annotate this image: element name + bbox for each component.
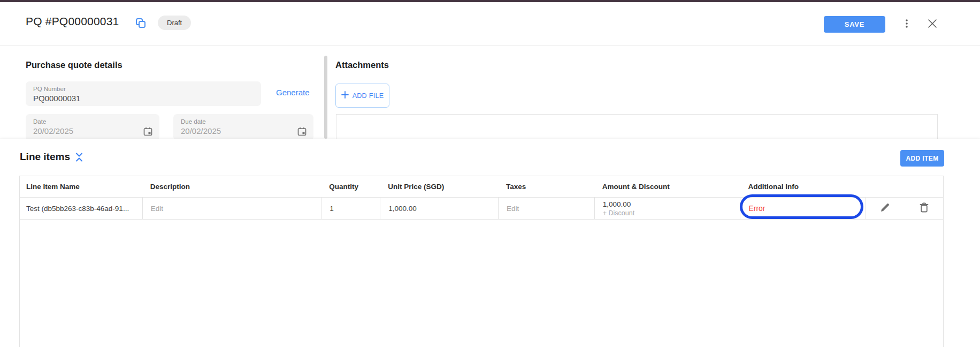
unit-price-value: 1,000.00 — [388, 205, 417, 213]
amount-value: 1,000.00 — [603, 200, 631, 208]
pq-number-field[interactable]: PQ Number PQ00000031 — [26, 81, 261, 106]
status-badge: Draft — [158, 16, 191, 30]
add-file-button[interactable]: ADD FILE — [335, 84, 389, 108]
date-field[interactable]: Date 20/02/2025 — [26, 114, 159, 140]
edit-row-button[interactable] — [878, 202, 891, 215]
additional-info-error-link[interactable]: Error — [748, 204, 765, 213]
delete-row-button[interactable] — [918, 202, 931, 215]
taxes-cell[interactable]: Edit — [498, 198, 594, 219]
line-items-table: Line Item Name Description Quantity Unit… — [19, 176, 944, 347]
line-item-name: Test (db5bb263-c83b-46ad-91... — [26, 205, 129, 213]
copy-pq-number-button[interactable] — [134, 17, 148, 31]
collapse-icon — [75, 155, 83, 163]
calendar-icon[interactable] — [143, 127, 152, 138]
add-discount-link[interactable]: + Discount — [603, 209, 634, 217]
pencil-icon — [880, 202, 890, 214]
pq-number-label: PQ Number — [33, 86, 254, 92]
add-file-label: ADD FILE — [353, 92, 384, 100]
page-title: PQ #PQ00000031 — [26, 15, 119, 28]
due-date-field[interactable]: Due date 20/02/2025 — [173, 114, 313, 140]
description-edit-placeholder: Edit — [151, 205, 163, 213]
kebab-icon — [902, 22, 912, 31]
line-items-title: Line items — [20, 151, 70, 163]
col-header-additional-info: Additional Info — [740, 176, 866, 197]
trash-icon — [920, 202, 929, 214]
attachments-section-title: Attachments — [335, 60, 389, 70]
quantity-cell[interactable]: 1 — [321, 198, 380, 219]
date-value: 20/02/2025 — [33, 126, 152, 135]
amount-discount-cell[interactable]: 1,000.00 + Discount — [594, 198, 740, 219]
taxes-edit-placeholder: Edit — [507, 205, 519, 213]
collapse-section-button[interactable] — [74, 153, 84, 162]
row-actions-cell — [866, 198, 943, 219]
col-header-quantity: Quantity — [321, 176, 380, 197]
col-header-line-item-name: Line Item Name — [20, 176, 142, 197]
line-item-name-cell[interactable]: Test (db5bb263-c83b-46ad-91... — [20, 198, 142, 219]
col-header-actions — [866, 176, 943, 197]
pq-number-value: PQ00000031 — [33, 94, 254, 103]
col-header-description: Description — [142, 176, 321, 197]
vertical-scrollbar-thumb[interactable] — [324, 56, 327, 139]
close-button[interactable] — [924, 16, 941, 33]
additional-info-cell[interactable]: Error — [740, 198, 866, 219]
modal-header: PQ #PQ00000031 Draft SAVE — [0, 2, 980, 46]
quantity-value: 1 — [330, 205, 334, 213]
close-icon — [927, 22, 938, 31]
purchase-quote-modal: PQ #PQ00000031 Draft SAVE — [0, 0, 980, 347]
calendar-icon[interactable] — [297, 127, 307, 138]
due-date-value: 20/02/2025 — [181, 126, 306, 135]
line-items-panel: Line items ADD ITEM Line Item Name Descr… — [0, 139, 980, 347]
details-section-title: Purchase quote details — [26, 60, 122, 70]
copy-icon — [135, 22, 147, 31]
table-header-row: Line Item Name Description Quantity Unit… — [20, 176, 943, 198]
plus-icon — [341, 91, 349, 100]
col-header-amount-discount: Amount & Discount — [594, 176, 740, 197]
add-item-button[interactable]: ADD ITEM — [900, 150, 944, 167]
col-header-taxes: Taxes — [498, 176, 594, 197]
due-date-label: Due date — [181, 118, 306, 125]
col-header-unit-price: Unit Price (SGD) — [380, 176, 498, 197]
attachments-dropzone[interactable] — [336, 114, 938, 139]
date-label: Date — [33, 118, 152, 125]
more-options-button[interactable] — [898, 16, 915, 33]
description-cell[interactable]: Edit — [142, 198, 321, 219]
generate-link[interactable]: Generate — [276, 88, 310, 97]
save-button[interactable]: SAVE — [824, 16, 885, 33]
table-row: Test (db5bb263-c83b-46ad-91... Edit 1 1,… — [20, 198, 943, 220]
unit-price-cell[interactable]: 1,000.00 — [380, 198, 498, 219]
